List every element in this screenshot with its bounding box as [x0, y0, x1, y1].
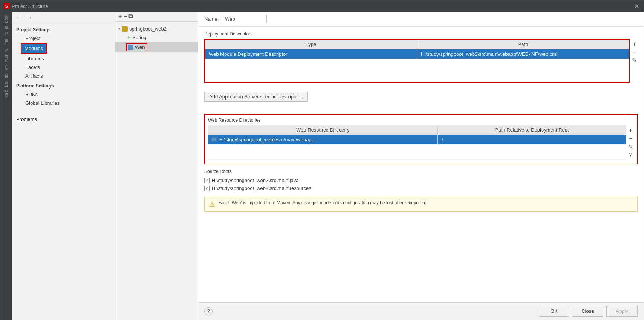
back-button[interactable]: ← — [15, 14, 23, 21]
folder-icon — [122, 26, 128, 32]
name-label: Name: — [204, 16, 219, 22]
source-roots-title: Source Roots — [204, 169, 638, 174]
source-roots-section: Source Roots ✓ H:\study\springboot_web2\… — [204, 169, 638, 192]
warning-icon: ⚠ — [209, 200, 215, 208]
web-help-button[interactable]: ? — [627, 152, 634, 159]
add-descriptor-button[interactable]: Add Application Server specific descript… — [204, 92, 308, 102]
col-web-path-header: Path Relative to Deployment Root — [438, 125, 626, 135]
module-tree-panel: + − ⧉ ▾ springboot_web2 ❧ Spring — [115, 12, 198, 320]
deployment-descriptors-title: Deployment Descriptors — [204, 31, 638, 37]
deployment-add-button[interactable]: + — [631, 40, 638, 48]
deployment-descriptors-row: Type Path Web Module Deployment Descript… — [204, 39, 638, 87]
row-path: H:\study\springboot_web2\src\main\webapp… — [417, 49, 629, 59]
tree-chevron-root: ▾ — [118, 27, 120, 31]
editor-tab-re: re — [4, 31, 8, 37]
nav-item-facets[interactable]: Facets — [12, 63, 115, 72]
table-row[interactable]: Web Module Deployment Descriptor H:\stud… — [205, 49, 629, 59]
tree-item-spring[interactable]: ❧ Spring — [115, 33, 198, 42]
ok-button[interactable]: OK — [539, 306, 569, 317]
editor-tab-wcr: w.cr — [4, 53, 8, 64]
web-dir-cell: H:\study\springboot_web2\src\main\webapp — [208, 135, 438, 145]
warning-box: ⚠ Facet 'Web' is imported from Maven. An… — [204, 197, 638, 212]
apply-button[interactable]: Apply — [606, 306, 638, 317]
editor-tab-lib: Lib — [4, 80, 8, 89]
tree-web-label: Web — [135, 44, 145, 50]
editor-tab-mo: .mo — [4, 37, 8, 47]
left-panel: ← → Project Settings Project Modules Lib… — [12, 12, 115, 320]
forward-button[interactable]: → — [25, 14, 34, 21]
bottom-bar: ? OK Close Apply — [198, 302, 644, 320]
project-structure-dialog: S Project Structure ✕ boot ja re .mo w w… — [0, 0, 644, 320]
problems-label[interactable]: Problems — [12, 115, 115, 124]
editor-tab-w: w — [4, 47, 8, 53]
tree-remove-button[interactable]: − — [123, 13, 127, 20]
web-resource-side-buttons: + − ✎ ? — [626, 125, 634, 161]
title-bar: S Project Structure ✕ — [0, 0, 644, 12]
dialog-close-button[interactable]: Close — [572, 306, 603, 317]
source-item-1: ✓ H:\study\springboot_web2\src\main\reso… — [204, 184, 638, 192]
main-content: boot ja re .mo w w.cr xm gb Lib es a ← →… — [0, 12, 644, 320]
tree-copy-button[interactable]: ⧉ — [128, 13, 133, 20]
web-edit-button[interactable]: ✎ — [627, 143, 634, 151]
nav-item-modules-wrapper: Modules — [12, 43, 115, 54]
right-header: Name: Web — [198, 12, 644, 27]
project-settings-header: Project Settings — [12, 24, 115, 34]
editor-strip: boot ja re .mo w w.cr xm gb Lib es a — [0, 12, 12, 320]
right-body: Deployment Descriptors Type Path — [198, 27, 644, 302]
web-icon — [128, 45, 133, 50]
web-remove-button[interactable]: − — [627, 135, 634, 142]
module-tree: ▾ springboot_web2 ❧ Spring Web — [115, 22, 198, 55]
source-path-0: H:\study\springboot_web2\src\main\java — [212, 178, 299, 183]
web-resource-title: Web Resource Directories — [208, 118, 634, 123]
col-path-header: Path — [417, 40, 629, 49]
row-type: Web Module Deployment Descriptor — [205, 49, 417, 59]
platform-settings-header: Platform Settings — [12, 80, 115, 90]
source-path-1: H:\study\springboot_web2\src\main\resour… — [212, 185, 311, 191]
folder-small-icon — [212, 138, 216, 141]
nav-item-modules[interactable]: Modules — [21, 43, 47, 54]
table-row-web-empty — [208, 145, 626, 160]
web-resource-row: Web Resource Directory Path Relative to … — [208, 125, 634, 161]
tree-item-web[interactable]: Web — [115, 42, 198, 52]
web-resource-section: Web Resource Directories Web Resource Di… — [204, 114, 638, 164]
deployment-descriptors-table: Type Path Web Module Deployment Descript… — [205, 40, 629, 82]
tree-spring-label: Spring — [132, 35, 147, 40]
nav-item-artifacts[interactable]: Artifacts — [12, 72, 115, 80]
nav-item-libraries[interactable]: Libraries — [12, 54, 115, 63]
source-item-0: ✓ H:\study\springboot_web2\src\main\java — [204, 176, 638, 184]
help-button[interactable]: ? — [204, 307, 213, 315]
web-path-cell: / — [438, 135, 626, 145]
deployment-descriptors-table-container: Type Path Web Module Deployment Descript… — [204, 39, 630, 83]
spring-icon: ❧ — [126, 34, 131, 41]
close-button[interactable]: ✕ — [633, 3, 641, 10]
deployment-side-buttons: + − ✎ — [630, 39, 638, 66]
deployment-edit-button[interactable]: ✎ — [631, 57, 638, 64]
tree-item-root[interactable]: ▾ springboot_web2 — [115, 25, 198, 33]
col-web-dir-header: Web Resource Directory — [208, 125, 438, 135]
table-row-empty — [205, 59, 629, 82]
dialog-icon: S — [3, 3, 9, 9]
tree-root-label: springboot_web2 — [129, 26, 167, 32]
title-bar-left: S Project Structure — [3, 3, 48, 9]
editor-tab-ja: ja — [4, 24, 8, 31]
name-value: Web — [222, 15, 267, 23]
checkbox-1[interactable]: ✓ — [204, 186, 210, 191]
nav-item-global-libraries[interactable]: Global Libraries — [12, 99, 115, 107]
table-row-web[interactable]: H:\study\springboot_web2\src\main\webapp… — [208, 135, 626, 145]
editor-tab-xm: xm — [4, 64, 8, 72]
nav-item-project[interactable]: Project — [12, 34, 115, 43]
checkbox-0[interactable]: ✓ — [204, 178, 210, 183]
editor-tab-gb: gb — [4, 72, 8, 80]
col-type-header: Type — [205, 40, 417, 49]
dialog-title: Project Structure — [12, 3, 48, 9]
add-descriptor-row: Add Application Server specific descript… — [204, 92, 638, 108]
tree-add-button[interactable]: + — [118, 13, 122, 20]
web-add-button[interactable]: + — [627, 127, 634, 134]
right-panel: Name: Web Deployment Descriptors Type Pa… — [198, 12, 644, 320]
editor-tab-esa: es a — [4, 88, 8, 99]
web-outline-box: Web — [126, 43, 147, 51]
warning-text: Facet 'Web' is imported from Maven. Any … — [218, 200, 429, 205]
editor-tab-boot: boot — [4, 13, 8, 24]
deployment-remove-button[interactable]: − — [631, 49, 638, 56]
nav-item-sdks[interactable]: SDKs — [12, 90, 115, 99]
